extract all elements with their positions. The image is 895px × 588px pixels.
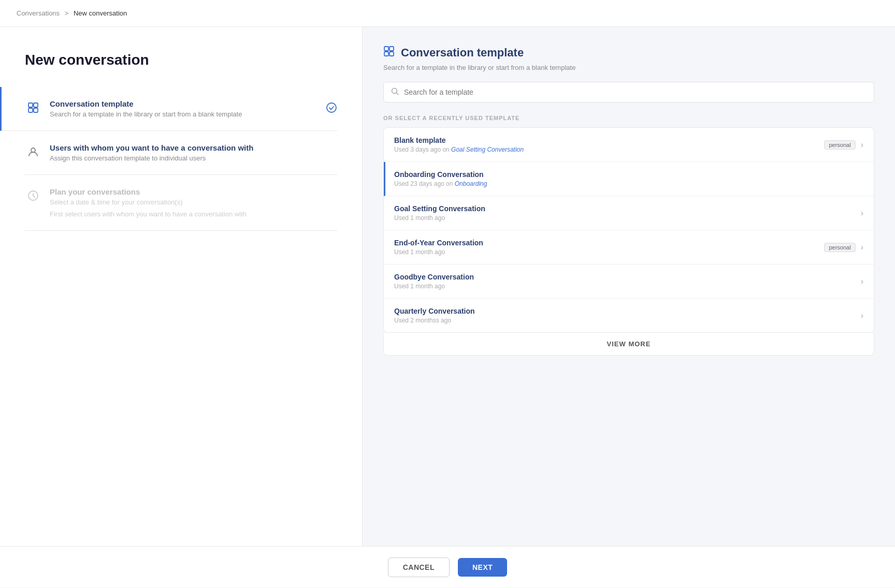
right-panel: Conversation template Search for a templ…: [363, 27, 895, 546]
template-item-goodbye[interactable]: Goodbye Conversation Used 1 month ago ›: [384, 264, 874, 299]
step-desc-plan: Select a date & time for your conversati…: [50, 198, 337, 206]
template-list: Blank template Used 3 days ago on Goal S…: [383, 127, 874, 333]
template-item-endofyear[interactable]: End-of-Year Conversation Used 1 month ag…: [384, 230, 874, 264]
template-name-quarterly: Quarterly Conversation: [394, 307, 861, 315]
step-conversation-template[interactable]: Conversation template Search for a templ…: [0, 87, 337, 131]
template-used-goodbye: Used 1 month ago: [394, 283, 861, 290]
page-title: New conversation: [25, 52, 337, 68]
search-box[interactable]: [383, 82, 874, 102]
panel-subtitle: Search for a template in the library or …: [383, 64, 874, 71]
template-item-quarterly[interactable]: Quarterly Conversation Used 2 monthss ag…: [384, 299, 874, 332]
panel-grid-icon: [383, 46, 395, 60]
grid-icon: [25, 99, 41, 116]
chevron-icon-goal: ›: [861, 209, 863, 218]
chevron-icon-endofyear: ›: [861, 243, 863, 252]
template-info-onboarding: Onboarding Conversation Used 23 days ago…: [394, 170, 863, 187]
template-used-blank: Used 3 days ago on Goal Setting Conversa…: [394, 146, 824, 153]
breadcrumb-parent[interactable]: Conversations: [17, 9, 60, 17]
template-badge-endofyear: personal: [824, 243, 855, 252]
svg-rect-7: [384, 47, 388, 51]
step-note-plan: First select users with whom you want to…: [50, 210, 337, 218]
template-info-quarterly: Quarterly Conversation Used 2 monthss ag…: [394, 307, 861, 324]
clock-icon: [25, 187, 41, 204]
template-info-blank: Blank template Used 3 days ago on Goal S…: [394, 136, 824, 153]
template-used-quarterly: Used 2 monthss ago: [394, 317, 861, 324]
svg-point-5: [31, 148, 35, 152]
template-used-endofyear: Used 1 month ago: [394, 248, 824, 256]
template-item-onboarding[interactable]: Onboarding Conversation Used 23 days ago…: [384, 162, 874, 196]
breadcrumb-current: New conversation: [74, 9, 127, 17]
step-users[interactable]: Users with whom you want to have a conve…: [25, 131, 337, 175]
step-title-template: Conversation template: [50, 99, 326, 108]
template-info-goodbye: Goodbye Conversation Used 1 month ago: [394, 273, 861, 290]
template-name-goodbye: Goodbye Conversation: [394, 273, 861, 281]
template-used-onboarding: Used 23 days ago on Onboarding: [394, 180, 863, 187]
footer: CANCEL NEXT: [0, 546, 895, 587]
section-label: OR SELECT A RECENTLY USED TEMPLATE: [383, 115, 874, 121]
template-name-endofyear: End-of-Year Conversation: [394, 239, 824, 247]
search-icon: [391, 87, 399, 97]
svg-rect-0: [28, 103, 33, 107]
left-panel: New conversation Conversation template S…: [0, 27, 363, 546]
template-item-goal[interactable]: Goal Setting Conversation Used 1 month a…: [384, 196, 874, 230]
svg-rect-2: [28, 108, 33, 112]
view-more-button[interactable]: VIEW MORE: [383, 333, 874, 356]
step-desc-users: Assign this conversation template to ind…: [50, 154, 337, 162]
svg-point-4: [327, 103, 336, 112]
svg-rect-1: [34, 103, 38, 107]
template-badge-blank: personal: [824, 140, 855, 150]
panel-title: Conversation template: [401, 46, 524, 60]
breadcrumb: Conversations > New conversation: [0, 0, 895, 27]
panel-header: Conversation template: [383, 46, 874, 60]
breadcrumb-separator: >: [65, 9, 69, 17]
template-name-blank: Blank template: [394, 136, 824, 144]
template-name-onboarding: Onboarding Conversation: [394, 170, 863, 179]
next-button[interactable]: NEXT: [458, 558, 507, 577]
chevron-icon-goodbye: ›: [861, 277, 863, 286]
svg-line-12: [397, 93, 399, 95]
step-content-users: Users with whom you want to have a conve…: [50, 143, 337, 162]
template-info-endofyear: End-of-Year Conversation Used 1 month ag…: [394, 239, 824, 256]
svg-rect-3: [34, 108, 38, 112]
step-title-plan: Plan your conversations: [50, 187, 337, 196]
main-layout: New conversation Conversation template S…: [0, 27, 895, 546]
chevron-icon-quarterly: ›: [861, 311, 863, 320]
svg-rect-10: [389, 52, 394, 56]
step-content-template: Conversation template Search for a templ…: [50, 99, 326, 118]
cancel-button[interactable]: CANCEL: [388, 557, 450, 577]
check-icon-template: [326, 102, 337, 116]
svg-rect-9: [384, 52, 388, 56]
chevron-icon-blank: ›: [861, 140, 863, 150]
step-desc-template: Search for a template in the library or …: [50, 110, 326, 118]
step-title-users: Users with whom you want to have a conve…: [50, 143, 337, 152]
template-item-blank[interactable]: Blank template Used 3 days ago on Goal S…: [384, 128, 874, 162]
user-icon: [25, 143, 41, 160]
step-content-plan: Plan your conversations Select a date & …: [50, 187, 337, 218]
template-used-goal: Used 1 month ago: [394, 214, 861, 222]
search-input[interactable]: [404, 88, 867, 96]
step-plan: Plan your conversations Select a date & …: [25, 175, 337, 231]
template-info-goal: Goal Setting Conversation Used 1 month a…: [394, 204, 861, 222]
template-name-goal: Goal Setting Conversation: [394, 204, 861, 213]
svg-rect-8: [389, 47, 394, 51]
